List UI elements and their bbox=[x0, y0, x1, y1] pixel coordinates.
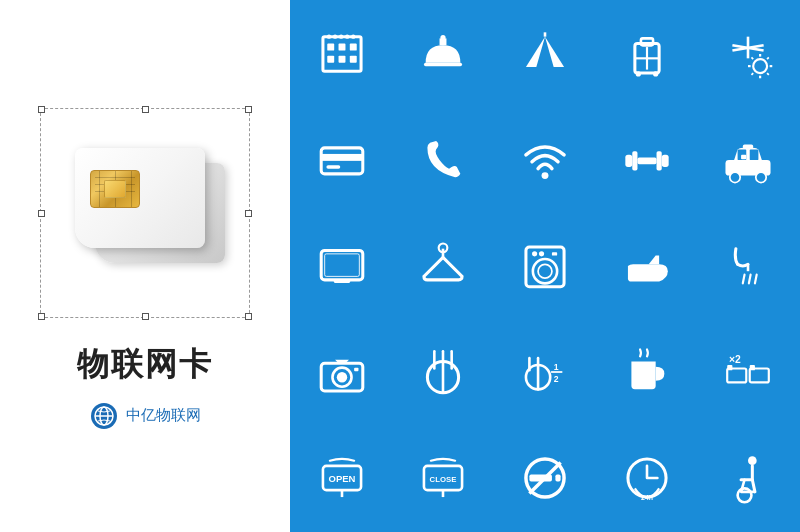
close-sign-icon: CLOSE bbox=[417, 452, 469, 504]
svg-point-30 bbox=[753, 59, 767, 73]
camera-icon bbox=[316, 346, 368, 398]
climate-icon bbox=[722, 28, 774, 80]
svg-rect-40 bbox=[321, 154, 363, 161]
svg-point-25 bbox=[635, 71, 640, 76]
svg-rect-22 bbox=[641, 38, 653, 45]
sim-card-image bbox=[35, 103, 255, 323]
svg-point-62 bbox=[538, 264, 552, 278]
svg-point-64 bbox=[539, 251, 544, 256]
handle-tm[interactable] bbox=[142, 106, 149, 113]
half-board-icon: 1 2 bbox=[519, 346, 571, 398]
svg-point-12 bbox=[339, 35, 343, 39]
svg-point-42 bbox=[542, 172, 549, 179]
handle-br[interactable] bbox=[245, 313, 252, 320]
handle-lm[interactable] bbox=[38, 210, 45, 217]
room-service-icon bbox=[417, 28, 469, 80]
phone-icon-cell[interactable] bbox=[394, 108, 494, 212]
svg-line-35 bbox=[752, 57, 754, 59]
svg-line-36 bbox=[767, 57, 769, 59]
hotel-icon-cell[interactable] bbox=[292, 2, 392, 106]
washing-icon-cell[interactable] bbox=[495, 214, 595, 318]
handle-tr[interactable] bbox=[245, 106, 252, 113]
svg-rect-6 bbox=[350, 44, 357, 51]
close-sign-icon-cell[interactable]: CLOSE bbox=[394, 426, 494, 530]
svg-text:CLOSE: CLOSE bbox=[430, 475, 457, 484]
handle-rm[interactable] bbox=[245, 210, 252, 217]
twin-bed-icon-cell[interactable]: ×2 bbox=[698, 320, 798, 424]
svg-point-11 bbox=[333, 35, 337, 39]
wheelchair-icon-cell[interactable] bbox=[698, 426, 798, 530]
svg-rect-87 bbox=[750, 365, 755, 370]
wifi-icon-cell[interactable] bbox=[495, 108, 595, 212]
svg-rect-45 bbox=[661, 155, 668, 167]
svg-rect-8 bbox=[338, 56, 345, 63]
sim-card-front bbox=[75, 148, 205, 248]
svg-rect-47 bbox=[637, 157, 656, 164]
camping-icon-cell[interactable] bbox=[495, 2, 595, 106]
24h-icon: 24h bbox=[621, 452, 673, 504]
svg-rect-60 bbox=[526, 247, 564, 287]
page-title: 物联网卡 bbox=[77, 343, 213, 387]
svg-rect-85 bbox=[727, 365, 732, 370]
svg-point-52 bbox=[756, 172, 766, 182]
card-icon-cell[interactable] bbox=[292, 108, 392, 212]
svg-point-10 bbox=[327, 35, 331, 39]
left-panel: 物联网卡 中亿物联网 bbox=[0, 0, 290, 532]
svg-rect-96 bbox=[555, 475, 560, 482]
twin-bed-icon: ×2 bbox=[722, 346, 774, 398]
handle-bl[interactable] bbox=[38, 313, 45, 320]
climate-icon-cell[interactable] bbox=[698, 2, 798, 106]
hanger-icon-cell[interactable] bbox=[394, 214, 494, 318]
svg-point-13 bbox=[345, 35, 349, 39]
shower-icon bbox=[722, 240, 774, 292]
svg-rect-65 bbox=[552, 252, 557, 255]
svg-rect-72 bbox=[354, 368, 358, 371]
gym-icon-cell[interactable] bbox=[597, 108, 697, 212]
shower-icon-cell[interactable] bbox=[698, 214, 798, 318]
open-sign-icon-cell[interactable]: OPEN bbox=[292, 426, 392, 530]
svg-point-63 bbox=[532, 251, 537, 256]
hotel-icon bbox=[316, 28, 368, 80]
handle-bm[interactable] bbox=[142, 313, 149, 320]
svg-point-61 bbox=[533, 259, 557, 283]
handle-tl[interactable] bbox=[38, 106, 45, 113]
coffee-icon bbox=[621, 346, 673, 398]
svg-text:OPEN: OPEN bbox=[328, 473, 355, 484]
luggage-icon-cell[interactable] bbox=[597, 2, 697, 106]
coffee-icon-cell[interactable] bbox=[597, 320, 697, 424]
svg-point-26 bbox=[653, 71, 658, 76]
washing-icon bbox=[519, 240, 571, 292]
svg-rect-39 bbox=[321, 148, 363, 174]
svg-point-71 bbox=[337, 372, 347, 382]
half-board-icon-cell[interactable]: 1 2 bbox=[495, 320, 595, 424]
room-service-icon-cell[interactable] bbox=[394, 2, 494, 106]
gym-icon bbox=[621, 134, 673, 186]
svg-rect-7 bbox=[327, 56, 334, 63]
24h-icon-cell[interactable]: 24h bbox=[597, 426, 697, 530]
no-smoking-icon-cell[interactable] bbox=[495, 426, 595, 530]
svg-rect-84 bbox=[727, 369, 746, 383]
svg-rect-50 bbox=[750, 150, 759, 160]
svg-rect-43 bbox=[625, 155, 632, 167]
svg-line-66 bbox=[743, 275, 745, 284]
svg-rect-54 bbox=[743, 144, 753, 148]
taxi-icon bbox=[722, 134, 774, 186]
brand-name: 中亿物联网 bbox=[126, 406, 201, 425]
brand-icon bbox=[90, 402, 118, 430]
svg-point-17 bbox=[441, 35, 446, 40]
phone-icon bbox=[417, 134, 469, 186]
camera-icon-cell[interactable] bbox=[292, 320, 392, 424]
svg-rect-3 bbox=[323, 37, 361, 72]
hanger-icon bbox=[417, 240, 469, 292]
card-icon bbox=[316, 134, 368, 186]
svg-line-67 bbox=[749, 275, 751, 284]
wifi-icon bbox=[519, 134, 571, 186]
iron-icon-cell[interactable] bbox=[597, 214, 697, 318]
icon-grid: 1 2 ×2 OPEN bbox=[290, 0, 800, 532]
svg-text:2: 2 bbox=[554, 374, 559, 384]
taxi-icon-cell[interactable] bbox=[698, 108, 798, 212]
tv-icon-cell[interactable] bbox=[292, 214, 392, 318]
brand-row: 中亿物联网 bbox=[90, 402, 201, 430]
svg-point-14 bbox=[351, 35, 355, 39]
restaurant-icon-cell[interactable] bbox=[394, 320, 494, 424]
